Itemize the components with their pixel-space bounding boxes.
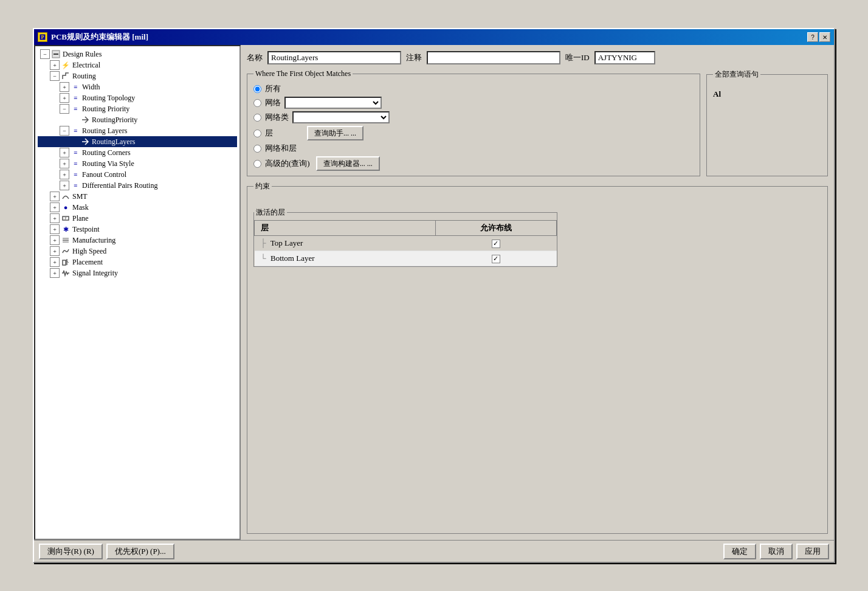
expander-routing-priority[interactable]: − <box>60 104 69 114</box>
expander-plane[interactable]: + <box>50 213 60 223</box>
layer-name-top: ├ Top Layer <box>255 236 436 251</box>
ok-button[interactable]: 确定 <box>723 544 756 559</box>
sidebar-item-routing-via-style[interactable]: + ≡ Routing Via Style <box>38 158 237 169</box>
placement-icon <box>61 257 71 267</box>
top-layer-checkbox[interactable]: ✓ <box>492 240 500 248</box>
id-label: 唯一ID <box>565 52 590 63</box>
id-input[interactable] <box>594 51 655 64</box>
expander-manufacturing[interactable]: + <box>50 235 60 245</box>
radio-layer[interactable] <box>253 130 261 137</box>
radio-advanced-label: 高级的(查询) <box>265 158 310 169</box>
design-rules-icon <box>51 49 61 59</box>
expander-high-speed[interactable]: + <box>50 246 60 256</box>
expander-width[interactable]: + <box>60 82 69 92</box>
routing-priority-item-icon <box>80 115 90 125</box>
radio-netclass[interactable] <box>253 114 261 122</box>
close-button[interactable]: ✕ <box>819 32 830 42</box>
sidebar-item-design-rules[interactable]: − Design Rules <box>38 49 237 60</box>
sidebar-item-routing-corners[interactable]: + ≡ Routing Corners <box>38 147 237 158</box>
where-content: 所有 网络 网络类 <box>253 83 694 171</box>
expander-placeholder <box>69 115 79 125</box>
bottom-right: 确定 取消 应用 <box>723 544 829 559</box>
sidebar-label-routing: Routing <box>72 72 96 81</box>
sidebar-item-routing-layers[interactable]: − ≡ Routing Layers <box>38 125 237 136</box>
radio-row-netclass: 网络类 <box>253 111 390 123</box>
expander-placeholder2 <box>69 137 79 147</box>
query-legend: 全部查询语句 <box>713 69 760 80</box>
radio-net[interactable] <box>253 99 261 107</box>
sidebar-label-electrical: Electrical <box>72 61 100 70</box>
radio-all[interactable] <box>253 85 261 93</box>
sidebar-label-routing-via-style: Routing Via Style <box>82 159 134 168</box>
sidebar-item-differential-pairs[interactable]: + ≡ Differential Pairs Routing <box>38 180 237 191</box>
comment-input[interactable] <box>427 51 560 64</box>
apply-button[interactable]: 应用 <box>796 544 829 559</box>
app-icon: P <box>38 32 47 42</box>
sidebar-label-plane: Plane <box>72 214 89 223</box>
sidebar-item-fanout-control[interactable]: + ≡ Fanout Control <box>38 169 237 180</box>
expander-mask[interactable]: + <box>50 202 60 212</box>
expander-fanout-control[interactable]: + <box>60 170 69 179</box>
where-query-row: Where The First Object Matches 所有 网络 <box>247 69 828 176</box>
sidebar-label-high-speed: High Speed <box>72 247 106 256</box>
expander-smt[interactable]: + <box>50 192 60 201</box>
where-fieldset: Where The First Object Matches 所有 网络 <box>247 69 700 176</box>
expander-testpoint[interactable]: + <box>50 224 60 234</box>
guide-button[interactable]: 测向导(R) (R) <box>39 544 103 559</box>
sidebar-item-manufacturing[interactable]: + Manufacturing <box>38 235 237 246</box>
content-panel: 名称 注释 唯一ID Where The First Object Matche… <box>241 45 834 540</box>
expander-routing-topology[interactable]: + <box>60 93 69 103</box>
help-button[interactable]: ? <box>807 32 818 42</box>
sidebar-item-routing-topology[interactable]: + ≡ Routing Topology <box>38 92 237 103</box>
sidebar-label-routing-corners: Routing Corners <box>82 148 131 157</box>
sidebar-label-placement: Placement <box>72 258 103 267</box>
sidebar-label-mask: Mask <box>72 203 89 212</box>
sidebar[interactable]: − Design Rules + ⚡ Electrical − Routing <box>34 45 241 540</box>
name-input[interactable] <box>267 51 401 64</box>
sidebar-item-routing-layers-item[interactable]: RoutingLayers <box>38 136 237 147</box>
radio-advanced[interactable] <box>253 160 261 168</box>
expander-differential-pairs[interactable]: + <box>60 181 69 190</box>
sidebar-label-manufacturing: Manufacturing <box>72 236 115 245</box>
expander-electrical[interactable]: + <box>50 60 60 70</box>
sidebar-item-placement[interactable]: + Placement <box>38 257 237 268</box>
bottom-layer-checkbox[interactable]: ✓ <box>492 255 500 263</box>
expander-design-rules[interactable]: − <box>40 49 50 59</box>
bottom-left: 测向导(R) (R) 优先权(P) (P)... <box>39 544 174 559</box>
differential-pairs-icon: ≡ <box>71 181 80 190</box>
query-builder-btn[interactable]: 查询构建器... ... <box>316 156 380 171</box>
main-window: P PCB规则及约束编辑器 [mil] ? ✕ − Design Rules + <box>33 28 835 563</box>
expander-signal-integrity[interactable]: + <box>50 268 60 278</box>
sidebar-item-testpoint[interactable]: + ✱ Testpoint <box>38 224 237 235</box>
radio-net-layer[interactable] <box>253 145 261 153</box>
expander-routing[interactable]: − <box>50 71 60 81</box>
sidebar-item-high-speed[interactable]: + High Speed <box>38 246 237 257</box>
query-helper-btn[interactable]: 查询助手... ... <box>307 126 363 140</box>
net-dropdown[interactable] <box>284 97 382 109</box>
radio-row-net: 网络 <box>253 97 390 109</box>
sidebar-item-routing[interactable]: − Routing <box>38 71 237 81</box>
sidebar-label-design-rules: Design Rules <box>63 50 102 59</box>
sidebar-item-width[interactable]: + ≡ Width <box>38 81 237 92</box>
sidebar-label-routing-layers-item: RoutingLayers <box>92 137 135 147</box>
routing-via-style-icon: ≡ <box>71 159 80 168</box>
priority-button[interactable]: 优先权(P) (P)... <box>106 544 174 559</box>
sidebar-item-signal-integrity[interactable]: + Signal Integrity <box>38 268 237 278</box>
sidebar-item-plane[interactable]: + P Plane <box>38 213 237 224</box>
sidebar-item-mask[interactable]: + ● Mask <box>38 202 237 213</box>
sidebar-item-smt[interactable]: + SMT <box>38 191 237 202</box>
expander-placement[interactable]: + <box>50 257 60 267</box>
cancel-button[interactable]: 取消 <box>760 544 793 559</box>
expander-routing-via-style[interactable]: + <box>60 159 69 168</box>
expander-routing-layers[interactable]: − <box>60 126 69 136</box>
sidebar-item-routing-priority-item[interactable]: RoutingPriority <box>38 114 237 125</box>
sidebar-item-electrical[interactable]: + ⚡ Electrical <box>38 60 237 71</box>
routing-priority-icon: ≡ <box>71 104 80 114</box>
radio-net-label: 网络 <box>265 97 281 108</box>
top-layer-label: Top Layer <box>270 238 303 247</box>
netclass-dropdown[interactable] <box>292 111 390 123</box>
radio-all-label: 所有 <box>265 83 281 94</box>
expander-routing-corners[interactable]: + <box>60 148 69 157</box>
sidebar-item-routing-priority[interactable]: − ≡ Routing Priority <box>38 103 237 114</box>
radio-row-advanced: 高级的(查询) 查询构建器... ... <box>253 156 390 171</box>
